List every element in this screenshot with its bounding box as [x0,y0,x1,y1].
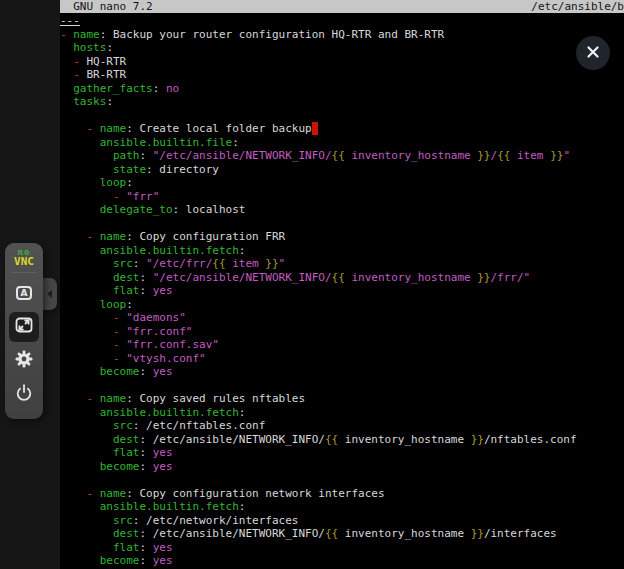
code-line: - "vtysh.conf" [60,352,624,366]
code-line: loop: [60,176,624,190]
vnc-viewport: GNU nano 7.2 /etc/ansible/b ---- name: B… [0,0,624,569]
close-icon [586,44,600,63]
code-line [60,379,624,393]
nano-titlebar: GNU nano 7.2 /etc/ansible/b [60,0,624,13]
extra-keys-icon: A [16,286,32,300]
code-line: delegate_to: localhost [60,203,624,217]
code-line: dest: /etc/ansible/NETWORK_INFO/{{ inven… [60,527,624,541]
novnc-button-settings[interactable] [9,346,39,376]
code-line: - "frr" [60,190,624,204]
code-line: flat: yes [60,446,624,460]
editor-content[interactable]: ---- name: Backup your router configurat… [60,13,624,568]
code-line: - BR-RTR [60,68,624,82]
code-line: loop: [60,298,624,312]
code-line: - name: Copy configuration network inter… [60,487,624,501]
code-line: ansible.builtin.fetch: [60,406,624,420]
code-line: - name: Create local folder backup [60,122,624,136]
panel-divider [11,272,37,273]
code-line: become: yes [60,554,624,568]
code-line: - name: Copy configuration FRR [60,230,624,244]
code-line: gather_facts: no [60,82,624,96]
novnc-logo-vnc: VNC [14,257,34,266]
code-line: src: /etc/network/interfaces [60,514,624,528]
code-line: --- [60,14,624,28]
code-line: src: "/etc/frr/{{ item }}" [60,257,624,271]
power-icon [14,383,34,407]
fullscreen-icon [14,315,34,339]
control-bar-handle[interactable] [41,278,57,310]
code-line: become: yes [60,460,624,474]
code-line: ansible.builtin.file: [60,136,624,150]
novnc-control-bar: no VNC A [5,243,43,419]
code-line: - name: Backup your router configuration… [60,28,624,42]
code-line: become: yes [60,365,624,379]
code-line: flat: yes [60,284,624,298]
code-line: - "frr.conf.sav" [60,338,624,352]
code-line: - "daemons" [60,311,624,325]
nano-filepath: /etc/ansible/b [531,0,624,13]
collapse-arrow-icon [47,290,52,298]
code-line: ansible.builtin.fetch: [60,500,624,514]
gear-icon [14,349,34,373]
novnc-button-extra-keys[interactable]: A [9,278,39,308]
terminal-window: GNU nano 7.2 /etc/ansible/b ---- name: B… [60,0,624,569]
code-line: src: /etc/nftables.conf [60,419,624,433]
code-line: flat: yes [60,541,624,555]
code-line: hosts: [60,41,624,55]
code-line: ansible.builtin.fetch: [60,244,624,258]
code-line: dest: /etc/ansible/NETWORK_INFO/{{ inven… [60,433,624,447]
novnc-logo: no VNC [14,248,34,266]
code-line [60,473,624,487]
code-line [60,217,624,231]
code-line: path: "/etc/ansible/NETWORK_INFO/{{ inve… [60,149,624,163]
code-line: tasks: [60,95,624,109]
novnc-button-fullscreen[interactable] [9,312,39,342]
code-line: dest: "/etc/ansible/NETWORK_INFO/{{ inve… [60,271,624,285]
code-line [60,109,624,123]
nano-version: GNU nano 7.2 [60,0,153,13]
code-line: - name: Copy saved rules nftables [60,392,624,406]
novnc-button-disconnect[interactable] [9,380,39,410]
code-line: - "frr.conf" [60,325,624,339]
close-button[interactable] [576,36,610,70]
code-line: - HQ-RTR [60,55,624,69]
code-line: state: directory [60,163,624,177]
